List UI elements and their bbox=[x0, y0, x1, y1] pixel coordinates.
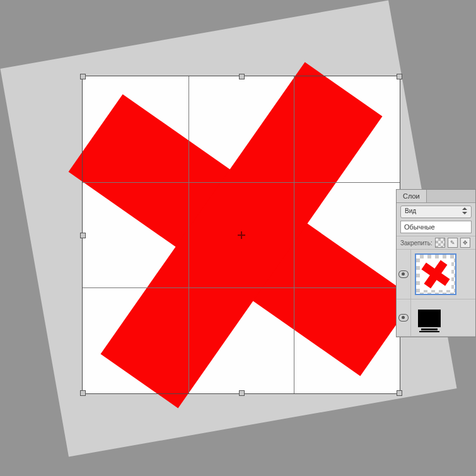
tab-layers[interactable]: Слои bbox=[397, 190, 427, 202]
blend-mode-select[interactable]: Обычные bbox=[400, 221, 472, 233]
lock-pixels-icon[interactable]: ✎ bbox=[448, 238, 458, 248]
layers-panel: Слои Вид Обычные Закрепить: ✎ ✥ bbox=[396, 189, 476, 337]
view-mode-select[interactable]: Вид bbox=[400, 206, 472, 218]
transform-handle-bottom[interactable] bbox=[239, 390, 245, 396]
lock-label: Закрепить: bbox=[400, 240, 432, 247]
visibility-toggle-icon[interactable] bbox=[398, 314, 409, 322]
transform-handle-bottom-left[interactable] bbox=[80, 390, 86, 396]
transform-pivot[interactable] bbox=[238, 231, 245, 239]
transform-handle-top-right[interactable] bbox=[397, 74, 402, 79]
layer-thumbnail-cross[interactable] bbox=[415, 253, 456, 295]
lock-row: Закрепить: ✎ ✥ bbox=[397, 236, 475, 250]
transform-handle-left[interactable] bbox=[80, 233, 86, 238]
layer-thumbnail-monitor[interactable] bbox=[415, 303, 444, 332]
lock-position-icon[interactable]: ✥ bbox=[460, 238, 470, 248]
transform-handle-bottom-right[interactable] bbox=[397, 390, 402, 396]
panel-tab-row: Слои bbox=[397, 190, 475, 203]
lock-transparency-icon[interactable] bbox=[435, 238, 445, 248]
blend-mode-row: Обычные bbox=[397, 221, 475, 236]
layer-row-1[interactable] bbox=[397, 250, 475, 299]
transform-handle-top[interactable] bbox=[239, 74, 245, 79]
layer-row-2[interactable] bbox=[397, 299, 475, 337]
view-select-row: Вид bbox=[397, 203, 475, 221]
transform-handle-top-left[interactable] bbox=[80, 74, 86, 79]
visibility-toggle-icon[interactable] bbox=[398, 270, 409, 278]
